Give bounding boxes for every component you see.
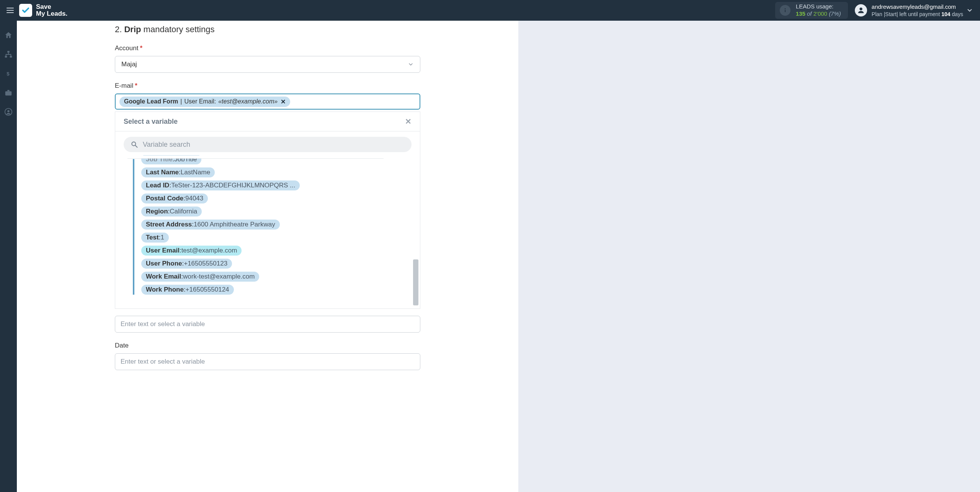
svg-rect-5 (10, 56, 12, 58)
sidebar-flows[interactable] (0, 46, 17, 63)
variable-option[interactable]: Street Address: 1600 Amphitheatre Parkwa… (141, 220, 280, 230)
svg-point-2 (859, 8, 862, 10)
svg-rect-4 (5, 56, 7, 58)
dropdown-close[interactable]: ✕ (405, 117, 412, 126)
svg-rect-1 (785, 10, 786, 12)
variable-search[interactable] (124, 137, 412, 152)
variable-option[interactable]: User Phone: +16505550123 (141, 259, 232, 269)
leads-usage-badge[interactable]: LEADS usage: 135 of 2'000 (7%) (775, 2, 848, 19)
chip-remove[interactable]: ✕ (281, 98, 286, 105)
account-select[interactable]: Majaj (115, 56, 420, 73)
scrollbar-thumb[interactable] (413, 259, 418, 305)
account-value: Majaj (121, 61, 137, 68)
svg-rect-7 (5, 91, 12, 95)
sidebar-billing[interactable]: $ (0, 65, 17, 82)
variable-option[interactable]: Work Phone: +16505550124 (141, 285, 234, 295)
email-field[interactable]: Google Lead Form | User Email: «test@exa… (115, 93, 420, 110)
sidebar-home[interactable] (0, 27, 17, 44)
variable-option[interactable]: User Email: test@example.com (141, 246, 242, 256)
variable-option[interactable]: Region: California (141, 207, 202, 216)
account-label: Account* (115, 44, 420, 52)
home-icon (4, 31, 13, 39)
date-input[interactable]: Enter text or select a variable (115, 353, 420, 370)
topbar-caret[interactable] (966, 0, 973, 21)
sidebar-profile[interactable] (0, 103, 17, 120)
svg-line-12 (136, 146, 137, 148)
svg-point-10 (7, 110, 10, 112)
info-icon (780, 5, 791, 16)
email-chip[interactable]: Google Lead Form | User Email: «test@exa… (119, 97, 290, 107)
brand-line1: Save (36, 3, 51, 10)
user-block[interactable]: andrewsavemyleads@gmail.com Plan |Start|… (855, 3, 963, 18)
svg-rect-3 (7, 51, 10, 53)
placeholder-text: Enter text or select a variable (121, 320, 205, 328)
svg-point-0 (784, 8, 786, 10)
sitemap-icon (4, 50, 13, 59)
variable-option[interactable]: Last Name: LastName (141, 167, 215, 177)
chevron-down-icon (966, 7, 973, 14)
search-icon (131, 141, 138, 148)
dropdown-title: Select a variable (124, 118, 178, 126)
sidebar-briefcase[interactable] (0, 84, 17, 101)
variable-dropdown: Select a variable ✕ Job Title: JobTitleL… (115, 111, 420, 309)
step-heading: 2. Drip mandatory settings (115, 25, 420, 34)
date-label: Date (115, 342, 420, 349)
variable-option[interactable]: Postal Code: 94043 (141, 194, 208, 203)
topbar: Save My Leads. LEADS usage: 135 of 2'000… (0, 0, 980, 21)
user-email: andrewsavemyleads@gmail.com (872, 3, 963, 11)
variable-option[interactable]: Lead ID: TeSter-123-ABCDEFGHIJKLMNOPQRS … (141, 180, 300, 190)
user-circle-icon (4, 108, 13, 116)
leads-usage-values: 135 of 2'000 (7%) (796, 10, 841, 18)
leads-usage-label: LEADS usage: (796, 3, 841, 10)
logo-icon (19, 4, 32, 17)
text-input-below-dropdown[interactable]: Enter text or select a variable (115, 316, 420, 333)
briefcase-icon (4, 89, 13, 97)
variable-option[interactable]: Work Email: work-test@example.com (141, 272, 259, 282)
svg-text:$: $ (7, 71, 10, 77)
sidebar: $ (0, 21, 17, 492)
brand-line2: My Leads. (36, 10, 67, 17)
brand[interactable]: Save My Leads. (19, 3, 67, 18)
email-label: E-mail* (115, 82, 420, 90)
hamburger-button[interactable] (3, 3, 17, 17)
user-plan: Plan |Start| left until payment 104 days (872, 11, 963, 18)
variable-search-input[interactable] (143, 141, 405, 149)
svg-rect-8 (7, 90, 10, 92)
dollar-icon: $ (5, 69, 11, 78)
chevron-down-icon (408, 61, 414, 67)
main-panel: 2. Drip mandatory settings Account* Maja… (17, 21, 518, 492)
hamburger-icon (7, 8, 14, 13)
avatar-icon (855, 4, 867, 16)
dropdown-scrollbar[interactable] (413, 158, 418, 305)
variable-option[interactable]: Test: 1 (141, 233, 169, 243)
placeholder-text: Enter text or select a variable (121, 358, 205, 366)
